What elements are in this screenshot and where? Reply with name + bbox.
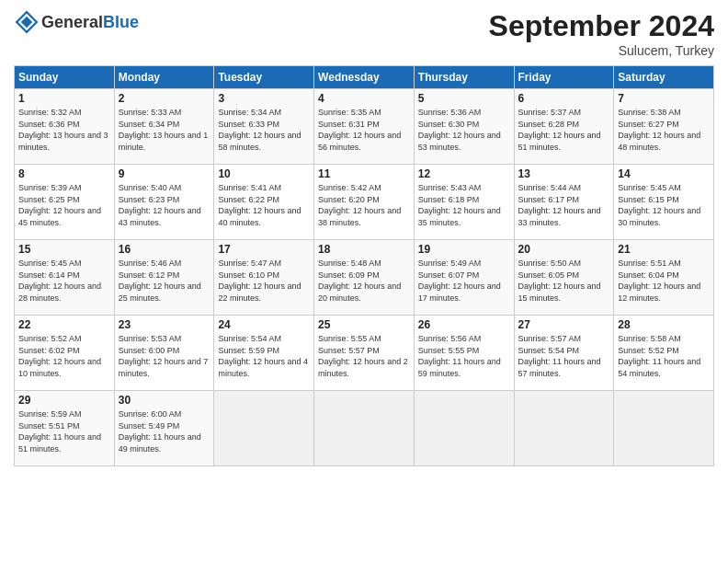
calendar-week: 22Sunrise: 5:52 AM Sunset: 6:02 PM Dayli… — [15, 316, 714, 391]
calendar-week: 1Sunrise: 5:32 AM Sunset: 6:36 PM Daylig… — [15, 89, 714, 165]
table-row: 28Sunrise: 5:58 AM Sunset: 5:52 PM Dayli… — [614, 316, 714, 391]
header-row: Sunday Monday Tuesday Wednesday Thursday… — [15, 66, 714, 89]
day-info: Sunrise: 5:44 AM Sunset: 6:17 PM Dayligh… — [518, 182, 610, 228]
table-row: 6Sunrise: 5:37 AM Sunset: 6:28 PM Daylig… — [514, 89, 614, 165]
day-number: 10 — [218, 167, 310, 180]
day-number: 22 — [18, 318, 110, 331]
day-number: 13 — [518, 167, 610, 180]
day-number: 9 — [119, 167, 210, 180]
col-tuesday: Tuesday — [214, 66, 314, 89]
day-number: 11 — [318, 167, 410, 180]
col-sunday: Sunday — [15, 66, 115, 89]
calendar-week: 8Sunrise: 5:39 AM Sunset: 6:25 PM Daylig… — [15, 165, 714, 240]
table-row: 22Sunrise: 5:52 AM Sunset: 6:02 PM Dayli… — [15, 316, 115, 391]
calendar-week: 15Sunrise: 5:45 AM Sunset: 6:14 PM Dayli… — [15, 240, 714, 316]
day-info: Sunrise: 5:45 AM Sunset: 6:15 PM Dayligh… — [618, 182, 710, 228]
table-row: 16Sunrise: 5:46 AM Sunset: 6:12 PM Dayli… — [114, 240, 214, 316]
day-info: Sunrise: 5:41 AM Sunset: 6:22 PM Dayligh… — [218, 182, 310, 228]
table-row: 3Sunrise: 5:34 AM Sunset: 6:33 PM Daylig… — [214, 89, 314, 165]
day-info: Sunrise: 5:50 AM Sunset: 6:05 PM Dayligh… — [518, 258, 610, 304]
day-info: Sunrise: 5:56 AM Sunset: 5:55 PM Dayligh… — [418, 333, 510, 379]
day-number: 23 — [119, 318, 210, 331]
day-number: 1 — [18, 92, 110, 105]
day-info: Sunrise: 5:37 AM Sunset: 6:28 PM Dayligh… — [518, 107, 610, 153]
day-info: Sunrise: 5:51 AM Sunset: 6:04 PM Dayligh… — [618, 258, 710, 304]
table-row: 24Sunrise: 5:54 AM Sunset: 5:59 PM Dayli… — [214, 316, 314, 391]
table-row: 4Sunrise: 5:35 AM Sunset: 6:31 PM Daylig… — [314, 89, 415, 165]
day-info: Sunrise: 5:59 AM Sunset: 5:51 PM Dayligh… — [18, 408, 110, 454]
day-number: 28 — [618, 318, 710, 331]
col-monday: Monday — [114, 66, 214, 89]
table-row: 2Sunrise: 5:33 AM Sunset: 6:34 PM Daylig… — [114, 89, 214, 165]
table-row: 19Sunrise: 5:49 AM Sunset: 6:07 PM Dayli… — [414, 240, 514, 316]
table-row: 8Sunrise: 5:39 AM Sunset: 6:25 PM Daylig… — [15, 165, 115, 240]
day-number: 30 — [119, 394, 210, 407]
table-row: 18Sunrise: 5:48 AM Sunset: 6:09 PM Dayli… — [314, 240, 415, 316]
month-title: September 2024 — [489, 9, 714, 43]
table-row: 21Sunrise: 5:51 AM Sunset: 6:04 PM Dayli… — [614, 240, 714, 316]
day-number: 3 — [218, 92, 310, 105]
day-info: Sunrise: 5:49 AM Sunset: 6:07 PM Dayligh… — [418, 258, 510, 304]
day-info: Sunrise: 6:00 AM Sunset: 5:49 PM Dayligh… — [119, 408, 210, 454]
day-info: Sunrise: 5:47 AM Sunset: 6:10 PM Dayligh… — [218, 258, 310, 304]
day-info: Sunrise: 5:35 AM Sunset: 6:31 PM Dayligh… — [318, 107, 410, 153]
day-info: Sunrise: 5:45 AM Sunset: 6:14 PM Dayligh… — [18, 258, 110, 304]
table-row: 1Sunrise: 5:32 AM Sunset: 6:36 PM Daylig… — [15, 89, 115, 165]
day-number: 15 — [18, 243, 110, 256]
table-row: 17Sunrise: 5:47 AM Sunset: 6:10 PM Dayli… — [214, 240, 314, 316]
day-info: Sunrise: 5:32 AM Sunset: 6:36 PM Dayligh… — [18, 107, 110, 153]
day-info: Sunrise: 5:43 AM Sunset: 6:18 PM Dayligh… — [418, 182, 510, 228]
table-row: 20Sunrise: 5:50 AM Sunset: 6:05 PM Dayli… — [514, 240, 614, 316]
table-row: 10Sunrise: 5:41 AM Sunset: 6:22 PM Dayli… — [214, 165, 314, 240]
table-row: 27Sunrise: 5:57 AM Sunset: 5:54 PM Dayli… — [514, 316, 614, 391]
table-row: 7Sunrise: 5:38 AM Sunset: 6:27 PM Daylig… — [614, 89, 714, 165]
day-number: 8 — [18, 167, 110, 180]
day-number: 16 — [119, 243, 210, 256]
table-row: 29Sunrise: 5:59 AM Sunset: 5:51 PM Dayli… — [15, 391, 115, 466]
table-row: 5Sunrise: 5:36 AM Sunset: 6:30 PM Daylig… — [414, 89, 514, 165]
calendar-week: 29Sunrise: 5:59 AM Sunset: 5:51 PM Dayli… — [15, 391, 714, 466]
day-number: 2 — [119, 92, 210, 105]
table-row: 12Sunrise: 5:43 AM Sunset: 6:18 PM Dayli… — [414, 165, 514, 240]
day-info: Sunrise: 5:42 AM Sunset: 6:20 PM Dayligh… — [318, 182, 410, 228]
day-info: Sunrise: 5:34 AM Sunset: 6:33 PM Dayligh… — [218, 107, 310, 153]
day-number: 5 — [418, 92, 510, 105]
day-number: 18 — [318, 243, 410, 256]
col-friday: Friday — [514, 66, 614, 89]
day-info: Sunrise: 5:39 AM Sunset: 6:25 PM Dayligh… — [18, 182, 110, 228]
table-row: 15Sunrise: 5:45 AM Sunset: 6:14 PM Dayli… — [15, 240, 115, 316]
table-row: 30Sunrise: 6:00 AM Sunset: 5:49 PM Dayli… — [114, 391, 214, 466]
day-info: Sunrise: 5:40 AM Sunset: 6:23 PM Dayligh… — [119, 182, 210, 228]
day-info: Sunrise: 5:38 AM Sunset: 6:27 PM Dayligh… — [618, 107, 710, 153]
header: GeneralBlue September 2024 Sulucem, Turk… — [14, 9, 714, 58]
day-info: Sunrise: 5:52 AM Sunset: 6:02 PM Dayligh… — [18, 333, 110, 379]
table-row: 23Sunrise: 5:53 AM Sunset: 6:00 PM Dayli… — [114, 316, 214, 391]
day-number: 17 — [218, 243, 310, 256]
day-number: 7 — [618, 92, 710, 105]
day-info: Sunrise: 5:57 AM Sunset: 5:54 PM Dayligh… — [518, 333, 610, 379]
table-row: 26Sunrise: 5:56 AM Sunset: 5:55 PM Dayli… — [414, 316, 514, 391]
table-row: 25Sunrise: 5:55 AM Sunset: 5:57 PM Dayli… — [314, 316, 415, 391]
col-thursday: Thursday — [414, 66, 514, 89]
logo-blue: Blue — [103, 13, 139, 31]
day-info: Sunrise: 5:55 AM Sunset: 5:57 PM Dayligh… — [318, 333, 410, 379]
day-number: 4 — [318, 92, 410, 105]
day-info: Sunrise: 5:36 AM Sunset: 6:30 PM Dayligh… — [418, 107, 510, 153]
table-row: 11Sunrise: 5:42 AM Sunset: 6:20 PM Dayli… — [314, 165, 415, 240]
day-number: 19 — [418, 243, 510, 256]
day-info: Sunrise: 5:33 AM Sunset: 6:34 PM Dayligh… — [119, 107, 210, 153]
col-saturday: Saturday — [614, 66, 714, 89]
table-row — [614, 391, 714, 466]
calendar-table: Sunday Monday Tuesday Wednesday Thursday… — [14, 65, 714, 466]
day-info: Sunrise: 5:54 AM Sunset: 5:59 PM Dayligh… — [218, 333, 310, 379]
logo-general: General — [41, 13, 103, 31]
day-number: 20 — [518, 243, 610, 256]
table-row: 14Sunrise: 5:45 AM Sunset: 6:15 PM Dayli… — [614, 165, 714, 240]
day-info: Sunrise: 5:53 AM Sunset: 6:00 PM Dayligh… — [119, 333, 210, 379]
logo-icon — [14, 9, 40, 35]
day-info: Sunrise: 5:46 AM Sunset: 6:12 PM Dayligh… — [119, 258, 210, 304]
day-number: 6 — [518, 92, 610, 105]
day-number: 26 — [418, 318, 510, 331]
day-number: 21 — [618, 243, 710, 256]
day-number: 27 — [518, 318, 610, 331]
